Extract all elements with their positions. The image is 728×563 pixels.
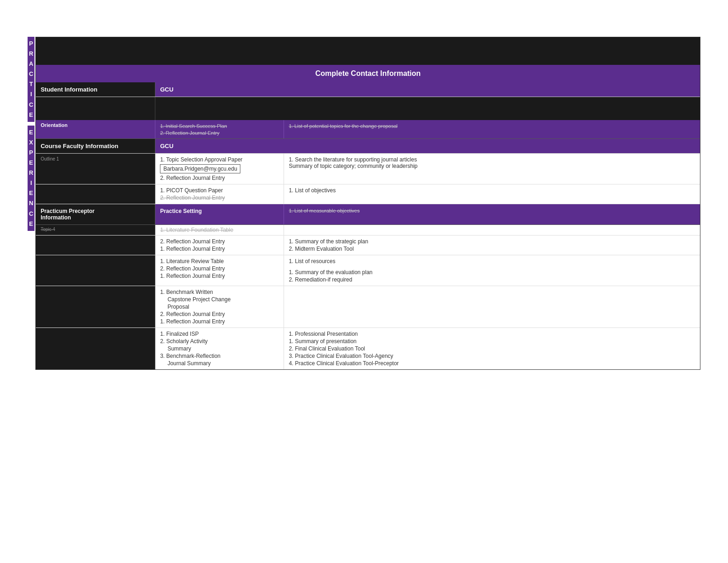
practicum-row: Practicum PreceptorInformation Practice … <box>36 204 700 225</box>
student-info-label: Student Information <box>36 82 155 97</box>
orientation-header: Orientation 1. Initial Search Success Pl… <box>36 120 700 139</box>
complete-contact-header: Complete Contact Information <box>36 65 700 82</box>
student-info-row: Student Information GCU <box>36 82 700 97</box>
topic4-assignments: 1. Literature Foundation Table <box>155 225 284 235</box>
topic4-row: Topic 4 1. Literature Foundation Table <box>36 225 700 236</box>
topic5-row: 2. Reflection Journal Entry 1. Reflectio… <box>36 236 700 255</box>
topic6-col1 <box>36 255 155 286</box>
experience-label: EXPERIENCE <box>28 126 34 231</box>
practice-setting-label: Practice Setting <box>155 204 284 224</box>
topic2-objectives: 1. Search the literature for supporting … <box>284 154 700 184</box>
topic4-objectives <box>284 225 700 235</box>
main-content: Complete Contact Information Student Inf… <box>35 37 700 370</box>
topic2-row: Outline 1 1. Topic Selection Approval Pa… <box>36 154 700 184</box>
topic5-objectives: 1. Summary of the strategic plan 2. Midt… <box>284 236 700 255</box>
practice-setting-objectives: 1. List of measurable objectives <box>284 204 700 224</box>
practicum-preceptor-label: Practicum PreceptorInformation <box>36 204 155 224</box>
topic7-objectives <box>284 286 700 327</box>
topic2-label: Outline 1 <box>40 156 150 161</box>
topic8-row: 1. Finalized ISP 2. Scholarly Activity S… <box>36 328 700 369</box>
course-faculty-value: GCU <box>155 139 700 153</box>
course-faculty-row: Course Faculty Information GCU <box>36 139 700 154</box>
student-info-value: GCU <box>155 82 700 97</box>
course-faculty-label: Course Faculty Information <box>36 139 155 153</box>
orientation-assignments-header: 1. Initial Search Success Plan 2. Reflec… <box>155 120 284 138</box>
practice-label: PRACTICE <box>28 37 34 122</box>
topic4-col1: Topic 4 <box>36 225 155 235</box>
topic8-assignments: 1. Finalized ISP 2. Scholarly Activity S… <box>155 328 284 369</box>
topic6-objectives: 1. List of resources 1. Summary of the e… <box>284 255 700 286</box>
topic3-objectives: 1. List of objectives <box>284 184 700 204</box>
topic3-assignments: 1. PICOT Question Paper 2. Reflection Jo… <box>155 184 284 204</box>
topic7-assignments: 1. Benchmark Written Capstone Project Ch… <box>155 286 284 327</box>
dark-spacer-row <box>36 97 700 120</box>
topic3-row: 1. PICOT Question Paper 2. Reflection Jo… <box>36 184 700 204</box>
topic8-col1 <box>36 328 155 369</box>
topic6-row: 1. Literature Review Table 2. Reflection… <box>36 255 700 286</box>
topic7-row: 1. Benchmark Written Capstone Project Ch… <box>36 286 700 328</box>
topic3-col1 <box>36 184 155 204</box>
topic7-col1 <box>36 286 155 327</box>
black-header-bar <box>36 37 700 65</box>
orientation-objectives-header: 1. List of potential topics for the chan… <box>284 120 700 138</box>
topic6-assignments: 1. Literature Review Table 2. Reflection… <box>155 255 284 286</box>
topic2-assignments: 1. Topic Selection Approval Paper Barbar… <box>155 154 284 184</box>
orientation-label: Orientation <box>36 120 155 138</box>
topic5-assignments: 2. Reflection Journal Entry 1. Reflectio… <box>155 236 284 255</box>
topic8-objectives: 1. Professional Presentation 1. Summary … <box>284 328 700 369</box>
topic2-col1: Outline 1 <box>36 154 155 184</box>
email-input[interactable]: Barbara.Pridgen@my.gcu.edu <box>160 164 240 173</box>
topic5-col1 <box>36 236 155 255</box>
